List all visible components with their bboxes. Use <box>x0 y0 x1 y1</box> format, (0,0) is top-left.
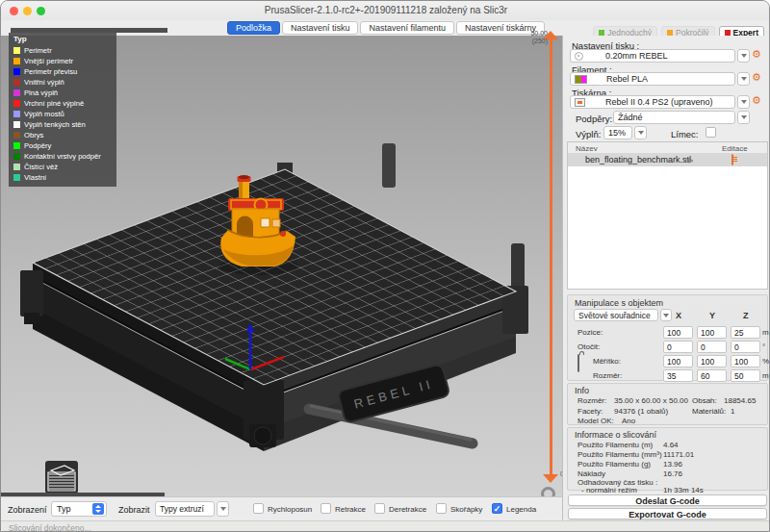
scale-y-field[interactable] <box>697 355 727 367</box>
shells-checkbox[interactable] <box>436 503 447 514</box>
eye-icon[interactable] <box>683 157 694 165</box>
legend-item: Vnitřní výplň <box>13 77 112 88</box>
legend-label: Vrchní plné výplně <box>24 99 84 108</box>
size-y-field[interactable] <box>697 369 727 382</box>
coordinates-dropdown-button[interactable] <box>660 309 672 321</box>
sliced-info-title: Informace o slicování <box>575 430 656 440</box>
layer-slider-bottom-handle[interactable] <box>543 474 558 483</box>
legend-label: Perimetr převisu <box>24 67 77 76</box>
window-title: PrusaSlicer-2.1.0-rc2+-201909111218 zalo… <box>1 5 770 15</box>
slider-top-value: 50.00 <box>521 30 548 37</box>
unretractions-label: Deretrakce <box>389 505 426 514</box>
bed-left-corner-knob <box>24 313 39 324</box>
travel-label: Rychloposun <box>268 505 312 514</box>
normal-mode-label: - normální režim <box>581 486 637 494</box>
slider-top-layer: (250) <box>521 38 548 44</box>
show-select[interactable]: Typy extruzí <box>155 501 215 517</box>
color-swatch <box>13 142 20 149</box>
legend-item: Obrys <box>13 130 112 140</box>
print-settings-dropdown-button[interactable] <box>737 49 750 63</box>
filament-used-g-label: Použito Filamentu (g) <box>578 460 651 469</box>
z-axis-header: Z <box>743 311 749 320</box>
edit-object-icon[interactable] <box>732 154 733 165</box>
travel-checkbox[interactable] <box>253 503 264 514</box>
filament-dropdown-button[interactable] <box>737 72 750 86</box>
tab-nastaveni-tisku[interactable]: Nastavení tisku <box>282 21 359 35</box>
printer-select[interactable]: Rebel II 0.4 PS2 (upraveno) <box>570 95 735 109</box>
coordinates-select[interactable]: Světové souřadnice <box>574 309 658 321</box>
filament-used-mm3-label: Použito Filamentu (mm³) <box>578 450 662 459</box>
position-y-field[interactable] <box>697 326 727 339</box>
cost-label: Náklady <box>578 469 605 478</box>
info-title: Info <box>575 386 589 395</box>
object-list-header: Název Editace <box>568 142 767 154</box>
infill-select[interactable]: 15% <box>603 126 632 139</box>
object-row[interactable]: ben_floating_benchmark.stl <box>568 154 767 166</box>
scale-z-field[interactable] <box>731 355 760 367</box>
rotate-x-field[interactable] <box>663 341 693 353</box>
unretractions-checkbox[interactable] <box>374 503 385 514</box>
normal-mode-time: 1h 33m 14s <box>663 486 704 494</box>
chevron-down-icon <box>741 54 747 58</box>
sidebar: Nastavení tisku : 0.20mm REBEL ⚙ Filamen… <box>562 36 770 520</box>
legend-label: Vlastní <box>24 173 46 182</box>
show-dropdown-button[interactable] <box>217 501 229 517</box>
uniform-scale-lock-icon[interactable] <box>578 354 579 372</box>
filament-gear-icon[interactable]: ⚙ <box>752 71 761 83</box>
tab-nastaveni-filamentu[interactable]: Nastavení filamentu <box>360 21 454 35</box>
printer-gear-icon[interactable]: ⚙ <box>752 94 761 106</box>
filament-select[interactable]: Rebel PLA <box>570 72 735 86</box>
legend-checkbox[interactable]: ✓ <box>492 503 502 514</box>
filament-color-swatch <box>575 75 587 84</box>
export-gcode-button[interactable]: Exportovat G-code <box>568 508 767 519</box>
infill-value: 15% <box>608 128 626 138</box>
layer-slider[interactable] <box>550 39 552 474</box>
view-mode-value: Typ <box>57 504 71 514</box>
view-mode-select[interactable]: Typ <box>51 501 107 517</box>
position-x-field[interactable] <box>663 326 693 339</box>
size-z-field[interactable] <box>731 369 760 382</box>
bed-front-corner-bolt <box>254 427 271 444</box>
view-toggle-button[interactable] <box>45 461 78 494</box>
infill-label: Výplň: <box>576 129 601 139</box>
color-swatch <box>13 111 20 117</box>
tab-podlozka[interactable]: Podložka <box>227 21 280 35</box>
infill-dropdown-button[interactable] <box>634 126 647 139</box>
cost-value: 16.76 <box>663 469 682 478</box>
view-options-bar: Zobrazení Typ Zobrazit Typy extruzí Rych… <box>1 496 562 520</box>
brim-label: Límec: <box>671 129 699 139</box>
position-z-field[interactable] <box>731 326 760 339</box>
object-list[interactable]: Název Editace ben_floating_benchmark.stl <box>567 141 768 290</box>
printer-rear-post <box>382 143 396 188</box>
color-swatch <box>13 174 20 181</box>
print-settings-gear-icon[interactable]: ⚙ <box>752 48 761 60</box>
send-gcode-button[interactable]: Odeslat G-code <box>568 494 767 506</box>
brim-checkbox[interactable] <box>706 127 716 138</box>
name-column-header: Název <box>576 144 598 153</box>
supports-select[interactable]: Žádné <box>613 111 735 124</box>
size-label: Rozměr: <box>593 371 622 380</box>
size-x-field[interactable] <box>663 369 693 382</box>
legend-checkbox-label: Legenda <box>506 505 536 514</box>
printer-dropdown-button[interactable] <box>737 95 750 109</box>
legend-item: Perimetr převisu <box>13 66 112 77</box>
scale-x-field[interactable] <box>663 355 693 367</box>
materials-label: Materiálů: <box>692 407 726 416</box>
printer-icon <box>575 98 585 107</box>
volume-value: 18854.65 <box>724 396 756 405</box>
legend-label: Obrys <box>24 131 43 139</box>
print-settings-select[interactable]: 0.20mm REBEL <box>570 49 735 63</box>
rotate-y-field[interactable] <box>697 341 727 353</box>
color-swatch <box>13 164 20 170</box>
legend-label: Plná výplň <box>24 89 58 97</box>
supports-dropdown-button[interactable] <box>737 111 750 124</box>
coordinates-value: Světové souřadnice <box>578 311 651 320</box>
legend-item: Plná výplň <box>13 88 112 98</box>
legend-item: Vlastní <box>13 172 112 183</box>
retractions-checkbox[interactable] <box>321 503 331 514</box>
rotate-z-field[interactable] <box>731 341 760 353</box>
info-panel: Info Rozměr: 35.00 x 60.00 x 50.00 Obsah… <box>567 383 768 425</box>
printer-value: Rebel II 0.4 PS2 (upraveno) <box>605 97 713 107</box>
shells-label: Skořápky <box>450 505 482 514</box>
legend-label: Výplň mostů <box>24 110 64 118</box>
